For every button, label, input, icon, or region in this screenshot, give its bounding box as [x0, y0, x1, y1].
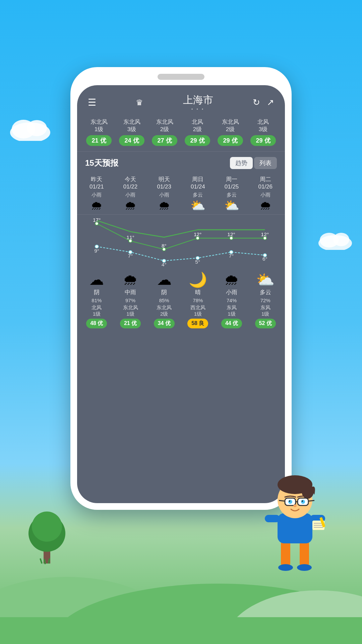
- svg-rect-33: [0, 617, 362, 644]
- day-label-3: 周日01/24: [191, 176, 205, 191]
- aq-item-3: 北风2级 29 优: [185, 118, 210, 146]
- bottom-wind-5: 东风1级: [260, 305, 270, 317]
- weather-icon-4: ⛅: [224, 200, 239, 212]
- crown-icon[interactable]: ♛: [136, 98, 143, 107]
- phone-notch: [158, 74, 204, 80]
- aq-item-1: 东北风3级 24 优: [119, 118, 144, 146]
- bottom-humidity-5: 72%: [260, 298, 270, 303]
- svg-point-65: [293, 504, 297, 507]
- bottom-badge-2: 34 优: [154, 319, 175, 328]
- bottom-name-3: 晴: [195, 288, 201, 296]
- temp-chart-svg: 17° 11° 8° 12° 12° 12° 9° 7° 4° 5° 7° 6°: [80, 217, 282, 267]
- share-icon[interactable]: ↗: [267, 97, 274, 108]
- svg-text:17°: 17°: [93, 217, 101, 223]
- aq-badge-5: 29 优: [250, 135, 276, 146]
- phone-mockup: ☰ ♛ 上海市 • • • ↻ ↗ 东北风1级 21 优 东北风3级 24 优 …: [70, 67, 292, 510]
- bottom-wind-1: 东北风1级: [123, 305, 138, 317]
- svg-point-42: [278, 564, 293, 571]
- day-weather-3: 多云: [193, 192, 203, 198]
- svg-text:11°: 11°: [126, 234, 134, 240]
- weather-icon-2: 🌧: [158, 200, 170, 212]
- svg-line-63: [279, 500, 285, 501]
- aq-badge-3: 29 优: [185, 135, 210, 146]
- tab-list[interactable]: 列表: [254, 157, 277, 169]
- svg-text:4°: 4°: [162, 262, 167, 267]
- svg-text:9°: 9°: [94, 248, 99, 254]
- bottom-icon-0: ☁: [89, 272, 104, 287]
- refresh-icon[interactable]: ↻: [253, 97, 260, 108]
- svg-rect-45: [265, 515, 280, 522]
- weather-icon-3: ⛅: [190, 200, 205, 212]
- svg-text:12°: 12°: [227, 232, 235, 237]
- svg-point-12: [95, 245, 99, 248]
- phone-screen: ☰ ♛ 上海市 • • • ↻ ↗ 东北风1级 21 优 东北风3级 24 优 …: [77, 85, 285, 503]
- bottom-wind-3: 西北风1级: [190, 305, 205, 317]
- bottom-icon-3: 🌙: [189, 272, 207, 287]
- bottom-name-2: 阴: [161, 288, 167, 296]
- aq-wind-2: 东北风2级: [156, 118, 173, 133]
- aq-badge-0: 21 优: [86, 135, 111, 146]
- day-weather-4: 多云: [227, 192, 237, 198]
- aq-badge-1: 24 优: [119, 135, 144, 146]
- bottom-badge-4: 44 优: [221, 319, 242, 328]
- bottom-humidity-1: 97%: [125, 298, 135, 303]
- svg-point-60: [301, 500, 305, 504]
- bottom-col-1: 🌧 中雨 97% 东北风1级 21 优: [114, 271, 147, 330]
- day-col-5: 周二01/26 小雨 🌧: [248, 173, 282, 214]
- svg-text:6°: 6°: [262, 256, 267, 262]
- cloud-right-icon: [315, 228, 359, 250]
- svg-text:7°: 7°: [128, 253, 133, 259]
- day-weather-0: 小雨: [92, 192, 102, 198]
- svg-text:7°: 7°: [229, 253, 234, 259]
- aq-wind-3: 北风2级: [192, 118, 203, 133]
- page-dots: • • •: [183, 107, 213, 112]
- forecast-header: 15天预报 趋势 列表: [77, 152, 285, 173]
- bottom-badge-1: 21 优: [120, 319, 141, 328]
- tree-icon: [27, 500, 67, 567]
- bottom-name-1: 中雨: [125, 288, 136, 296]
- svg-point-61: [289, 500, 290, 502]
- aq-item-5: 北风3级 29 优: [250, 118, 276, 146]
- bottom-badge-5: 52 优: [255, 319, 276, 328]
- app-header: ☰ ♛ 上海市 • • • ↻ ↗: [77, 85, 285, 116]
- forecast-title: 15天预报: [85, 158, 118, 168]
- forecast-tabs: 趋势 列表: [230, 157, 277, 169]
- aq-badge-2: 27 优: [152, 135, 177, 146]
- svg-point-62: [302, 500, 303, 502]
- aq-wind-5: 北风3级: [257, 118, 269, 133]
- weather-icon-5: 🌧: [259, 200, 272, 212]
- day-col-2: 明天01/23 小雨 🌧: [147, 173, 181, 214]
- bottom-icon-2: ☁: [157, 272, 172, 287]
- day-weather-2: 小雨: [159, 192, 169, 198]
- svg-point-59: [288, 500, 292, 504]
- svg-point-36: [32, 512, 62, 542]
- menu-icon[interactable]: ☰: [88, 97, 96, 108]
- aq-wind-0: 东北风1级: [90, 118, 108, 133]
- day-label-4: 周一01/25: [225, 176, 239, 191]
- aq-item-2: 东北风2级 27 优: [152, 118, 177, 146]
- tab-trend[interactable]: 趋势: [230, 157, 253, 169]
- bottom-wind-4: 东风1级: [227, 305, 237, 317]
- day-col-3: 周日01/24 多云 ⛅: [181, 173, 215, 214]
- bottom-icon-1: 🌧: [123, 272, 138, 287]
- svg-point-43: [297, 564, 312, 571]
- day-col-4: 周一01/25 多云 ⛅: [215, 173, 249, 214]
- bottom-icon-5: ⛅: [256, 272, 275, 287]
- aq-wind-4: 东北风2级: [222, 118, 239, 133]
- bottom-col-5: ⛅ 多云 72% 东风1级 52 优: [248, 271, 282, 330]
- day-col-1: 今天01/22 小雨 🌧: [114, 173, 147, 214]
- svg-point-5: [333, 233, 349, 246]
- bottom-humidity-2: 85%: [159, 298, 169, 303]
- bottom-badge-3: 58 良: [187, 319, 208, 328]
- bottom-name-5: 多云: [260, 288, 271, 296]
- day-label-5: 周二01/26: [258, 176, 273, 191]
- day-col-0: 昨天01/21 小雨 🌧: [80, 173, 114, 214]
- svg-text:8°: 8°: [162, 243, 167, 249]
- city-label: 上海市: [183, 93, 213, 107]
- weather-icon-1: 🌧: [124, 200, 136, 212]
- day-label-0: 昨天01/21: [89, 176, 104, 191]
- day-label-2: 明天01/23: [157, 176, 171, 191]
- day-weather-1: 小雨: [125, 192, 135, 198]
- air-quality-row: 东北风1级 21 优 东北风3级 24 优 东北风2级 27 优 北风2级 29…: [77, 116, 285, 152]
- bottom-humidity-3: 78%: [193, 298, 203, 303]
